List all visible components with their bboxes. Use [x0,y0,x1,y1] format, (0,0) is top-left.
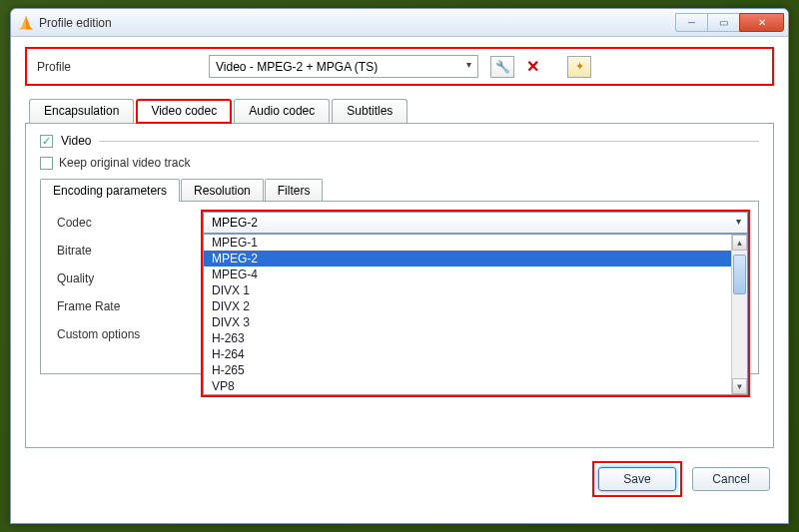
divider [99,141,759,142]
save-button[interactable]: Save [598,467,676,491]
edit-profile-button[interactable]: 🔧 [490,56,514,78]
window-title: Profile edition [39,16,675,30]
subtab-encoding-parameters[interactable]: Encoding parameters [40,179,180,202]
profile-select[interactable]: Video - MPEG-2 + MPGA (TS) [209,55,478,78]
keep-original-label: Keep original video track [59,156,190,170]
label-quality: Quality [57,271,140,285]
maximize-button[interactable]: ▭ [707,13,739,32]
window-controls: ─ ▭ ✕ [675,13,784,32]
codec-option[interactable]: H-264 [204,346,747,362]
minimize-button[interactable]: ─ [675,13,707,32]
scroll-down-icon[interactable]: ▼ [732,378,747,394]
label-custom-options: Custom options [57,327,140,341]
footer-buttons: Save Cancel [592,461,770,497]
codec-option[interactable]: DIVX 2 [204,298,747,314]
content-area: Profile Video - MPEG-2 + MPGA (TS) 🔧 ✕ ✦… [11,37,788,523]
codec-scrollbar[interactable]: ▲ ▼ [731,235,747,394]
codec-option[interactable]: VP8 [204,378,747,394]
tab-audio-codec[interactable]: Audio codec [234,99,330,124]
cancel-button[interactable]: Cancel [692,467,770,491]
tab-encapsulation[interactable]: Encapsulation [29,99,134,124]
codec-option[interactable]: H-265 [204,362,747,378]
label-codec: Codec [57,216,140,230]
tab-subtitles[interactable]: Subtitles [332,99,407,124]
profile-selected-value: Video - MPEG-2 + MPGA (TS) [216,60,378,74]
encoding-parameters-page: Codec Bitrate Quality Frame Rate Custom … [40,201,759,374]
new-icon: ✦ [575,60,584,73]
keep-original-checkbox[interactable] [40,157,53,170]
video-enable-checkbox[interactable] [40,135,53,148]
profile-row: Profile Video - MPEG-2 + MPGA (TS) 🔧 ✕ ✦ [25,47,774,86]
close-button[interactable]: ✕ [739,13,784,32]
label-bitrate: Bitrate [57,244,140,258]
codec-option[interactable]: DIVX 3 [204,314,747,330]
codec-select[interactable]: MPEG-2 [203,212,748,234]
wrench-icon: 🔧 [495,60,510,74]
new-profile-button[interactable]: ✦ [567,56,591,78]
subtab-filters[interactable]: Filters [265,179,324,202]
save-highlight: Save [592,461,682,497]
tab-page-video-codec: Video Keep original video track Encoding… [25,123,774,448]
codec-options-list[interactable]: MPEG-1 MPEG-2 MPEG-4 DIVX 1 DIVX 2 DIVX … [203,234,748,395]
codec-option[interactable]: MPEG-2 [204,251,747,266]
video-checkbox-row: Video [40,134,759,148]
vlc-icon [19,16,33,30]
label-framerate: Frame Rate [57,299,140,313]
profile-label: Profile [37,60,197,74]
main-tabbar: Encapsulation Video codec Audio codec Su… [25,98,774,123]
sub-tabbar: Encoding parameters Resolution Filters [40,178,759,201]
codec-option[interactable]: DIVX 1 [204,282,747,298]
titlebar[interactable]: Profile edition ─ ▭ ✕ [11,9,788,37]
scroll-up-icon[interactable]: ▲ [732,235,747,251]
field-labels: Codec Bitrate Quality Frame Rate Custom … [57,216,140,341]
tab-video-codec[interactable]: Video codec [136,99,232,124]
keep-original-row: Keep original video track [40,156,759,170]
scroll-thumb[interactable] [733,255,746,294]
codec-option[interactable]: H-263 [204,330,747,346]
delete-profile-button[interactable]: ✕ [526,57,539,76]
profile-edition-window: Profile edition ─ ▭ ✕ Profile Video - MP… [10,8,789,524]
video-enable-label: Video [61,134,91,148]
codec-dropdown-area: MPEG-2 MPEG-1 MPEG-2 MPEG-4 DIVX 1 DIVX … [201,210,750,397]
codec-selected-value: MPEG-2 [212,216,258,230]
codec-option[interactable]: MPEG-4 [204,266,747,282]
subtab-resolution[interactable]: Resolution [181,179,264,202]
codec-option[interactable]: MPEG-1 [204,235,747,251]
